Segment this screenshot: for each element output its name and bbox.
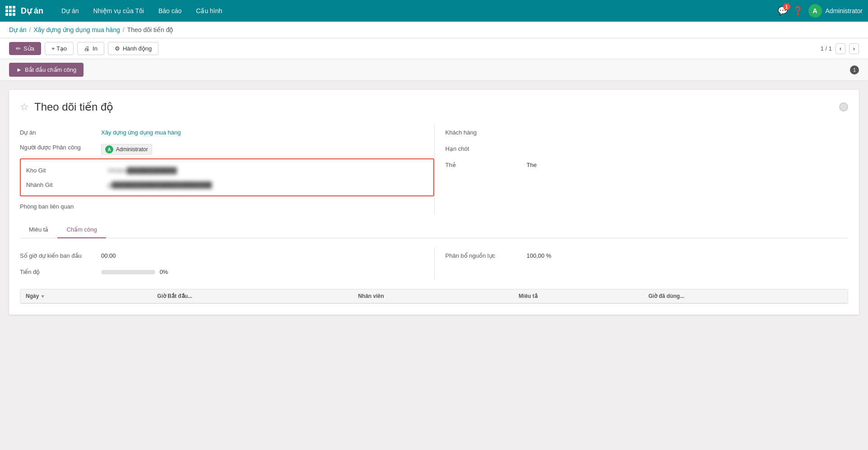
field-du-an: Dự án Xây dựng ứng dụng mua hàng <box>20 124 434 140</box>
tabs-row: Miêu tả Chấm công <box>20 222 848 238</box>
gear-icon: ⚙ <box>115 45 120 52</box>
nguoi-phan-cong-label: Người được Phân công <box>20 144 101 151</box>
user-avatar-icon: A <box>105 145 113 153</box>
edit-button[interactable]: ✏ Sửa <box>9 42 41 55</box>
table-header-row: Ngày ▼ Giờ Bắt đầu... Nhân viên Miêu tả <box>20 289 848 303</box>
avatar: A <box>808 4 822 18</box>
kho-git-label: Kho Git <box>26 167 107 174</box>
notification-icon[interactable]: 💬 1 <box>778 6 788 16</box>
the-value[interactable]: The <box>527 162 849 168</box>
the-label: Thẻ <box>446 162 527 168</box>
user-badge[interactable]: A Administrator <box>101 144 152 155</box>
tab-cham-cong[interactable]: Chấm công <box>57 222 106 238</box>
field-so-gio: Số giờ dự kiến ban đầu 00:00 <box>20 247 434 264</box>
menu-nhiem-vu[interactable]: Nhiệm vụ của Tôi <box>86 1 151 21</box>
status-circle[interactable] <box>839 102 848 111</box>
field-phong-ban: Phòng ban liên quan <box>20 198 434 214</box>
navbar-right: 💬 1 ❓ A Administrator <box>778 4 863 18</box>
tien-do-label: Tiến độ <box>20 269 101 275</box>
phong-ban-label: Phòng ban liên quan <box>20 203 101 210</box>
nguoi-phan-cong-value: A Administrator <box>101 144 434 155</box>
col-gio-da-dung[interactable]: Giờ đã dùng... <box>643 289 848 303</box>
field-nhanh-git: Nhánh Git gi████████████████████████ <box>26 177 428 192</box>
prev-page-button[interactable]: ‹ <box>836 43 845 54</box>
progress-bar-wrap <box>101 270 155 274</box>
col-nhan-vien[interactable]: Nhân viên <box>353 289 513 303</box>
field-khach-hang: Khách hàng <box>446 124 849 140</box>
breadcrumb-project[interactable]: Xây dựng ứng dụng mua hàng <box>33 26 120 33</box>
form-card: ☆ Theo dõi tiến độ Dự án Xây dựng ứng dụ… <box>9 90 859 315</box>
col-mieu-ta[interactable]: Miêu tả <box>513 289 643 303</box>
phan-bo-value[interactable]: 100,00 % <box>527 252 849 259</box>
breadcrumb-sep-2: / <box>123 26 125 33</box>
kho-git-value[interactable]: Viindoo████████████ <box>107 167 428 174</box>
so-gio-value[interactable]: 00:00 <box>101 252 434 259</box>
col-gio-bat-dau[interactable]: Giờ Bắt đầu... <box>152 289 353 303</box>
tab-mieu-ta[interactable]: Miêu tả <box>20 222 57 238</box>
khach-hang-label: Khách hàng <box>446 129 527 136</box>
form-grid: Dự án Xây dựng ứng dụng mua hàng Người đ… <box>20 124 848 214</box>
notification-badge: 1 <box>783 3 790 10</box>
navbar-menu: Dự án Nhiệm vụ của Tôi Báo cáo Cấu hình <box>54 1 778 21</box>
main-content: ☆ Theo dõi tiến độ Dự án Xây dựng ứng dụ… <box>0 81 868 324</box>
form-right: Khách hàng Hạn chót Thẻ The <box>434 124 849 214</box>
du-an-value[interactable]: Xây dựng ứng dụng mua hàng <box>101 129 434 136</box>
chamcong-left: Số giờ dự kiến ban đầu 00:00 Tiến độ 0% <box>20 247 434 280</box>
breadcrumb-du-an[interactable]: Dự án <box>9 26 27 33</box>
action-bar: ► Bắt đầu chấm công 1 <box>0 59 868 81</box>
action-count-badge: 1 <box>850 65 859 74</box>
user-menu[interactable]: A Administrator <box>808 4 863 18</box>
timelog-table: Ngày ▼ Giờ Bắt đầu... Nhân viên Miêu tả <box>20 289 848 303</box>
form-left: Dự án Xây dựng ứng dụng mua hàng Người đ… <box>20 124 434 214</box>
edit-icon: ✏ <box>16 45 21 52</box>
field-tien-do: Tiến độ 0% <box>20 264 434 280</box>
git-section: Kho Git Viindoo████████████ Nhánh Git gi… <box>20 158 434 196</box>
toolbar: ✏ Sửa + Tạo 🖨 In ⚙ Hành động 1 / 1 ‹ › <box>0 38 868 59</box>
field-nguoi-phan-cong: Người được Phân công A Administrator <box>20 140 434 157</box>
field-the: Thẻ The <box>446 157 849 173</box>
du-an-label: Dự án <box>20 129 101 136</box>
phan-bo-label: Phân bổ nguồn lực <box>446 252 527 259</box>
navbar: Dự án Dự án Nhiệm vụ của Tôi Báo cáo Cấu… <box>0 0 868 22</box>
start-chamcong-button[interactable]: ► Bắt đầu chấm công <box>9 63 84 77</box>
menu-cau-hinh[interactable]: Cấu hình <box>189 1 229 21</box>
timelog-table-wrap: Ngày ▼ Giờ Bắt đầu... Nhân viên Miêu tả <box>20 289 848 304</box>
sort-icon: ▼ <box>41 294 45 299</box>
menu-bao-cao[interactable]: Báo cáo <box>151 1 189 21</box>
action-button[interactable]: ⚙ Hành động <box>108 42 158 55</box>
print-button[interactable]: 🖨 In <box>77 42 104 55</box>
play-icon: ► <box>16 66 22 73</box>
favorite-star-icon[interactable]: ☆ <box>20 101 29 113</box>
menu-du-an[interactable]: Dự án <box>54 1 86 21</box>
field-phan-bo: Phân bổ nguồn lực 100,00 % <box>446 247 849 264</box>
pagination-text: 1 / 1 <box>821 45 832 52</box>
breadcrumb-current: Theo dõi tiến độ <box>127 26 174 33</box>
next-page-button[interactable]: › <box>849 43 859 54</box>
nhanh-git-value[interactable]: gi████████████████████████ <box>107 181 428 188</box>
han-chot-label: Hạn chót <box>446 145 527 152</box>
field-han-chot: Hạn chót <box>446 140 849 157</box>
print-icon: 🖨 <box>84 45 90 52</box>
chamcong-section: Số giờ dự kiến ban đầu 00:00 Tiến độ 0% … <box>20 247 848 280</box>
col-ngay[interactable]: Ngày ▼ <box>20 289 152 303</box>
so-gio-label: Số giờ dự kiến ban đầu <box>20 252 101 259</box>
tien-do-value: 0% <box>101 269 434 275</box>
navbar-brand[interactable]: Dự án <box>21 6 43 16</box>
breadcrumb: Dự án / Xây dựng ứng dụng mua hàng / The… <box>0 22 868 38</box>
create-button[interactable]: + Tạo <box>45 42 74 55</box>
username-label: Administrator <box>826 7 863 14</box>
field-kho-git: Kho Git Viindoo████████████ <box>26 163 428 177</box>
nhanh-git-label: Nhánh Git <box>26 181 107 188</box>
chamcong-right: Phân bổ nguồn lực 100,00 % <box>434 247 849 280</box>
app-menu-icon[interactable] <box>5 6 15 16</box>
form-title-row: ☆ Theo dõi tiến độ <box>20 101 848 113</box>
pagination: 1 / 1 ‹ › <box>821 43 859 54</box>
form-title: Theo dõi tiến độ <box>34 101 113 113</box>
help-icon[interactable]: ❓ <box>793 6 803 16</box>
breadcrumb-sep-1: / <box>29 26 31 33</box>
